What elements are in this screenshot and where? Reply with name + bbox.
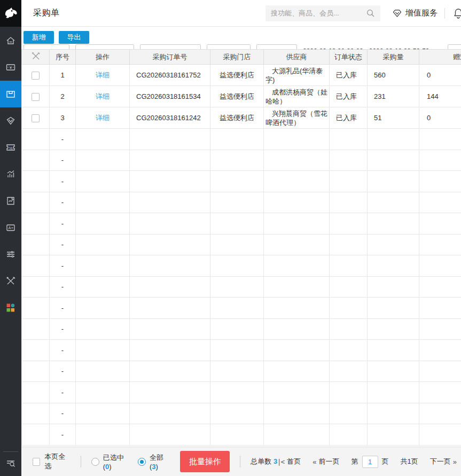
status-filter-select[interactable]: 所有状态: [24, 44, 69, 49]
next-page-icon: »: [453, 458, 457, 466]
empty-cell: [330, 361, 368, 382]
row-checkbox[interactable]: [32, 114, 40, 122]
total-orders: 总单数 3: [251, 457, 277, 466]
notifications-button[interactable]: [452, 5, 461, 21]
all-radio-label: 全部(3): [150, 453, 170, 471]
header-store[interactable]: 采购门店: [210, 50, 264, 65]
value-added-services-button[interactable]: 增值服务: [392, 8, 437, 18]
header-qty[interactable]: 采购量: [368, 50, 419, 65]
select-all-checkbox[interactable]: [33, 458, 40, 466]
empty-cell: [130, 150, 210, 171]
header-index[interactable]: 序号: [50, 50, 76, 65]
empty-cell: [210, 318, 264, 340]
date-to-value[interactable]: 2026-03-18 23:59:59: [369, 44, 429, 49]
empty-cell: [330, 129, 368, 150]
tools-icon: [5, 276, 16, 286]
row-checkbox[interactable]: [32, 93, 40, 101]
sidebar-item-cash[interactable]: ¥: [0, 54, 21, 81]
empty-cell: [210, 424, 264, 446]
header-action[interactable]: 操作: [76, 50, 130, 65]
first-page-icon: ∣<: [277, 458, 285, 466]
empty-cell: [210, 192, 264, 213]
empty-cell: [419, 255, 461, 277]
store-filter-select[interactable]: 全部收货门店: [75, 44, 134, 49]
time-type-select[interactable]: 制单时间: [256, 44, 297, 49]
sidebar-item-coupon[interactable]: %: [0, 134, 21, 161]
sidebar-item-settings[interactable]: [0, 241, 21, 268]
sidebar-item-member[interactable]: A: [0, 214, 21, 241]
empty-cell: [264, 276, 330, 298]
header-status[interactable]: 订单状态: [330, 50, 368, 65]
page-number-input[interactable]: [362, 456, 378, 468]
sidebar-item-purchase[interactable]: [0, 81, 21, 107]
detail-link[interactable]: 详细: [96, 114, 110, 122]
header-gift-qty[interactable]: 赠送量: [419, 50, 461, 65]
header-supplier[interactable]: 供应商: [264, 50, 330, 65]
empty-cell: [419, 361, 461, 382]
empty-cell: [130, 171, 210, 192]
empty-cell: [130, 276, 210, 298]
empty-index-cell: -: [50, 424, 76, 446]
empty-cell: [210, 340, 264, 361]
svg-text:A: A: [8, 225, 11, 230]
toolbar: 新增 导出: [24, 31, 89, 44]
batch-action-button[interactable]: 批量操作: [180, 451, 230, 472]
table-row: 2 详细 CG20260318161534 益选便利店 成都洪杨商贸（娃哈哈） …: [22, 86, 461, 107]
export-button[interactable]: 导出: [59, 31, 89, 44]
detail-link[interactable]: 详细: [96, 71, 110, 79]
empty-cell: [76, 234, 130, 255]
empty-index-cell: -: [50, 234, 76, 255]
sidebar-item-search[interactable]: [3, 451, 18, 474]
prev-page-button[interactable]: «前一页: [312, 457, 339, 466]
empty-cell: [264, 340, 330, 361]
sidebar-item-report[interactable]: [0, 188, 21, 214]
empty-cell: [130, 403, 210, 424]
date-from-value[interactable]: 2026-03-18 00:00:00: [303, 44, 363, 49]
sidebar-item-home[interactable]: [0, 27, 21, 54]
creator-filter-select[interactable]: 全部制单员: [207, 44, 251, 49]
empty-cell: [368, 129, 419, 150]
sidebar: ¥ %: [0, 0, 21, 476]
empty-cell: [368, 213, 419, 235]
sidebar-item-apps[interactable]: [0, 294, 21, 321]
empty-cell: [76, 361, 130, 382]
next-page-button[interactable]: 下一页»: [430, 457, 457, 466]
detail-link[interactable]: 详细: [96, 92, 110, 100]
keyword-filter-input[interactable]: 采购订单号: [448, 44, 461, 49]
cell-supplier: 成都洪杨商贸（娃哈哈）: [264, 86, 330, 107]
empty-cell: [330, 192, 368, 213]
all-radio[interactable]: [138, 458, 146, 466]
empty-cell: [368, 255, 419, 277]
empty-cell: [368, 150, 419, 171]
empty-cell: [22, 255, 50, 277]
purchase-box-icon: [5, 89, 16, 99]
cell-index: 3: [50, 107, 76, 129]
empty-cell: [210, 298, 264, 319]
add-button[interactable]: 新增: [24, 31, 54, 44]
empty-cell: [330, 171, 368, 192]
report-clipboard-icon: [5, 196, 16, 206]
empty-cell: [419, 318, 461, 340]
magnifier-icon[interactable]: [366, 9, 375, 18]
app-logo[interactable]: [0, 0, 21, 27]
selected-radio[interactable]: [91, 458, 99, 466]
global-search-input[interactable]: 搜功能、商品、会员...: [265, 5, 380, 21]
header-order-no[interactable]: 采购订单号: [130, 50, 210, 65]
first-page-button[interactable]: ∣<首页: [277, 457, 301, 466]
empty-cell: [330, 403, 368, 424]
row-checkbox[interactable]: [32, 72, 40, 80]
sidebar-item-stats[interactable]: [0, 161, 21, 188]
search-menu-icon: [5, 458, 16, 469]
table-row-empty: -: [22, 192, 461, 213]
total-orders-count: 3: [274, 457, 277, 465]
empty-index-cell: -: [50, 171, 76, 192]
supplier-filter-select[interactable]: 全部供货商: [140, 44, 201, 49]
svg-text:¥: ¥: [9, 65, 12, 70]
sidebar-item-tools[interactable]: [0, 268, 21, 294]
first-page-label: 首页: [287, 457, 301, 466]
cell-status: 已入库: [330, 65, 368, 86]
empty-cell: [210, 213, 264, 235]
sidebar-item-marketing[interactable]: [0, 107, 21, 134]
empty-cell: [264, 255, 330, 277]
column-settings-header[interactable]: [22, 50, 50, 65]
